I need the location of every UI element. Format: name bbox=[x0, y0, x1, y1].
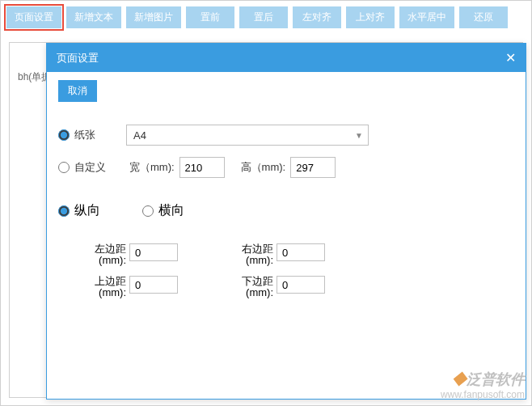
margin-left-input[interactable] bbox=[129, 243, 178, 261]
width-input[interactable] bbox=[179, 157, 225, 178]
custom-radio[interactable] bbox=[58, 162, 70, 173]
add-image-button[interactable]: 新增图片 bbox=[126, 6, 181, 28]
paper-size-value: A4 bbox=[133, 129, 146, 142]
portrait-label: 纵向 bbox=[74, 202, 100, 219]
modal-header: 页面设置 ✕ bbox=[47, 44, 526, 72]
custom-radio-group[interactable]: 自定义 bbox=[58, 160, 116, 175]
margin-top-label: 上边距(mm): bbox=[87, 276, 126, 298]
margin-bottom-label: 下边距(mm): bbox=[234, 276, 273, 298]
close-icon[interactable]: ✕ bbox=[505, 50, 516, 66]
paper-size-select[interactable]: A4 bbox=[126, 125, 369, 146]
page-setup-button[interactable]: 页面设置 bbox=[6, 6, 61, 28]
landscape-label: 横向 bbox=[158, 202, 184, 219]
landscape-radio[interactable] bbox=[142, 205, 154, 217]
margin-left-label: 左边距(mm): bbox=[87, 243, 126, 266]
custom-radio-label: 自定义 bbox=[74, 160, 106, 175]
landscape-radio-group[interactable]: 横向 bbox=[142, 202, 201, 219]
align-left-button[interactable]: 左对齐 bbox=[293, 6, 341, 28]
reset-button[interactable]: 还原 bbox=[459, 6, 508, 28]
paper-radio[interactable] bbox=[58, 129, 70, 141]
portrait-radio[interactable] bbox=[58, 205, 70, 217]
margin-top-input[interactable] bbox=[129, 276, 178, 294]
width-label: 宽（mm): bbox=[129, 160, 175, 175]
page-setup-modal: 页面设置 ✕ 取消 纸张 A4 自定义 宽（mm): bbox=[46, 43, 526, 400]
height-input[interactable] bbox=[290, 157, 336, 178]
paper-radio-group[interactable]: 纸张 bbox=[58, 128, 116, 142]
modal-body: 取消 纸张 A4 自定义 宽（mm): 高（ bbox=[47, 72, 526, 307]
align-top-button[interactable]: 上对齐 bbox=[346, 6, 395, 28]
portrait-radio-group[interactable]: 纵向 bbox=[58, 202, 116, 219]
bring-front-button[interactable]: 置前 bbox=[186, 6, 234, 28]
margin-right-input[interactable] bbox=[277, 243, 325, 261]
paper-radio-label: 纸张 bbox=[74, 128, 95, 142]
toolbar: 页面设置 新增文本 新增图片 置前 置后 左对齐 上对齐 水平居中 还原 bbox=[1, 1, 531, 34]
margin-right-label: 右边距(mm): bbox=[234, 243, 273, 266]
center-horizontal-button[interactable]: 水平居中 bbox=[399, 6, 454, 28]
send-back-button[interactable]: 置后 bbox=[239, 6, 288, 28]
height-label: 高（mm): bbox=[241, 160, 286, 175]
modal-title: 页面设置 bbox=[57, 51, 99, 66]
add-text-button[interactable]: 新增文本 bbox=[66, 6, 121, 28]
cancel-button[interactable]: 取消 bbox=[58, 80, 97, 102]
margin-bottom-input[interactable] bbox=[277, 276, 325, 294]
